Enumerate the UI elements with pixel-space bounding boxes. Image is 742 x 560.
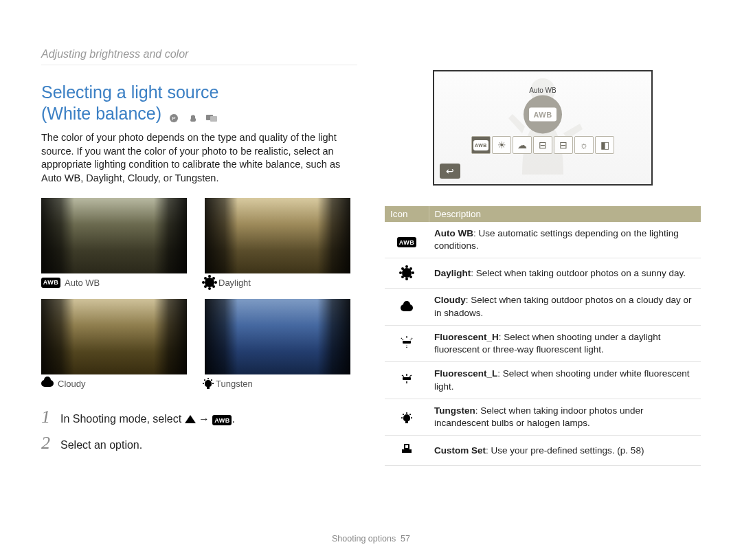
svg-rect-3 xyxy=(210,116,217,122)
wb-bubble-label: Auto WB xyxy=(524,86,562,93)
table-header-icon: Icon xyxy=(385,206,429,222)
sun-icon xyxy=(205,278,214,287)
step-2: 2 Select an option. xyxy=(41,433,357,453)
step-number: 1 xyxy=(41,407,54,427)
table-row: Fluorescent_H: Select when shooting unde… xyxy=(385,325,701,361)
back-button[interactable]: ↩ xyxy=(440,164,460,179)
cloud-icon: ☁ xyxy=(517,139,527,150)
custom-icon: ◧ xyxy=(600,139,609,150)
row-desc: : Select when taking outdoor photos on a… xyxy=(434,295,691,317)
footer-page-number: 57 xyxy=(401,534,410,544)
sample-image-daylight xyxy=(205,198,350,273)
strip-tungsten[interactable]: ☼ xyxy=(574,136,594,154)
thumb-cloudy: Cloudy xyxy=(41,299,194,389)
thumb-label: Cloudy xyxy=(58,379,85,389)
table-row: Daylight: Select when taking outdoor pho… xyxy=(385,258,701,289)
thumb-daylight: Daylight xyxy=(205,198,357,288)
bulb-icon: ☼ xyxy=(580,139,589,150)
strip-custom[interactable]: ◧ xyxy=(595,136,614,154)
wb-option-strip: AWB ☀ ☁ ⊟ ⊟ ☼ ◧ xyxy=(471,136,614,154)
svg-rect-10 xyxy=(403,377,411,380)
breadcrumb: Adjusting brightness and color xyxy=(41,48,357,65)
sample-image-cloudy xyxy=(41,299,187,374)
row-term: Cloudy xyxy=(434,295,466,305)
thumbnail-grid: AWB Auto WB Daylight Cloudy xyxy=(41,198,357,389)
awb-icon: AWB xyxy=(41,278,60,288)
steps-list: 1 In Shooting mode, select → AWB. 2 Sele… xyxy=(41,407,357,453)
strip-fluorescent-l[interactable]: ⊟ xyxy=(554,136,573,154)
svg-rect-15 xyxy=(402,449,412,453)
strip-cloudy[interactable]: ☁ xyxy=(513,136,532,154)
thumb-auto-wb: AWB Auto WB xyxy=(41,198,194,288)
svg-text:P: P xyxy=(172,115,175,122)
icon-description-table: Icon Description AWB Auto WB: Use automa… xyxy=(385,206,701,466)
row-term: Daylight xyxy=(434,268,471,278)
fluorescent-l-icon xyxy=(399,372,414,385)
wb-selection-bubble: Auto WB AWB xyxy=(524,86,562,133)
intro-text: The color of your photo depends on the t… xyxy=(41,131,357,185)
strip-awb[interactable]: AWB xyxy=(471,136,491,154)
up-triangle-icon xyxy=(185,415,196,423)
fluorescent-l-icon: ⊟ xyxy=(559,139,567,150)
step-2-text: Select an option. xyxy=(60,439,142,451)
sample-image-auto-wb xyxy=(41,198,187,273)
cloud-icon xyxy=(401,304,413,311)
row-desc: : Select when taking outdoor photos on a… xyxy=(471,268,686,278)
thumb-label: Auto WB xyxy=(65,278,100,288)
table-row: Cloudy: Select when taking outdoor photo… xyxy=(385,289,701,325)
awb-icon: AWB xyxy=(473,140,488,150)
strip-daylight[interactable]: ☀ xyxy=(492,136,511,154)
wb-bubble-awb-icon: AWB xyxy=(524,95,562,133)
sample-image-tungsten xyxy=(205,299,350,374)
custom-icon xyxy=(400,441,414,455)
fluorescent-h-icon: ⊟ xyxy=(539,139,547,150)
fluorescent-h-icon xyxy=(399,336,414,348)
awb-icon: AWB xyxy=(397,237,416,247)
svg-line-7 xyxy=(401,338,403,340)
thumb-label: Daylight xyxy=(218,278,251,288)
title-mode-icons: P xyxy=(166,104,217,126)
title-line2: (White balance) xyxy=(41,104,161,123)
svg-line-12 xyxy=(402,375,404,377)
cloud-icon xyxy=(41,380,54,387)
back-arrow-icon: ↩ xyxy=(446,166,454,177)
bulb-icon xyxy=(403,414,410,421)
page-title: Selecting a light source (White balance)… xyxy=(41,82,357,126)
step-1-prefix: In Shooting mode, select xyxy=(60,413,185,425)
thumb-tungsten: Tungsten xyxy=(205,299,357,389)
footer-section: Shooting options xyxy=(332,534,396,544)
mode-dual-icon xyxy=(206,113,217,123)
mode-p-icon: P xyxy=(169,113,181,123)
svg-rect-5 xyxy=(403,341,411,344)
row-term: Auto WB xyxy=(434,228,473,238)
page-footer: Shooting options 57 xyxy=(0,534,742,544)
table-row: Fluorescent_L: Select when shooting unde… xyxy=(385,362,701,399)
table-row: Custom Set: Use your pre-defined setting… xyxy=(385,436,701,466)
bulb-icon xyxy=(205,380,212,387)
svg-rect-17 xyxy=(405,445,408,448)
table-row: AWB Auto WB: Use automatic settings depe… xyxy=(385,222,701,258)
thumb-label: Tungsten xyxy=(216,379,253,389)
step-number: 2 xyxy=(41,433,54,453)
table-row: Tungsten: Select when taking indoor phot… xyxy=(385,399,701,435)
camera-preview: Auto WB AWB AWB ☀ ☁ ⊟ ⊟ ☼ ◧ ↩ xyxy=(433,70,653,186)
mode-hand-icon xyxy=(189,113,199,123)
sun-icon: ☀ xyxy=(497,139,506,150)
svg-line-13 xyxy=(409,375,412,377)
awb-icon: AWB xyxy=(212,415,232,425)
row-term: Fluorescent_H xyxy=(434,332,499,342)
sun-icon xyxy=(402,268,412,278)
step-1: 1 In Shooting mode, select → AWB. xyxy=(41,407,357,427)
row-desc: : Use your pre-defined settings. (p. 58) xyxy=(486,445,644,456)
row-term: Fluorescent_L xyxy=(434,368,497,379)
title-line1: Selecting a light source xyxy=(41,82,218,102)
table-header-description: Description xyxy=(429,206,701,222)
strip-fluorescent-h[interactable]: ⊟ xyxy=(533,136,552,154)
row-term: Custom Set xyxy=(434,445,486,456)
svg-line-8 xyxy=(410,338,412,340)
arrow-icon: → xyxy=(199,413,212,425)
row-term: Tungsten xyxy=(434,405,475,416)
